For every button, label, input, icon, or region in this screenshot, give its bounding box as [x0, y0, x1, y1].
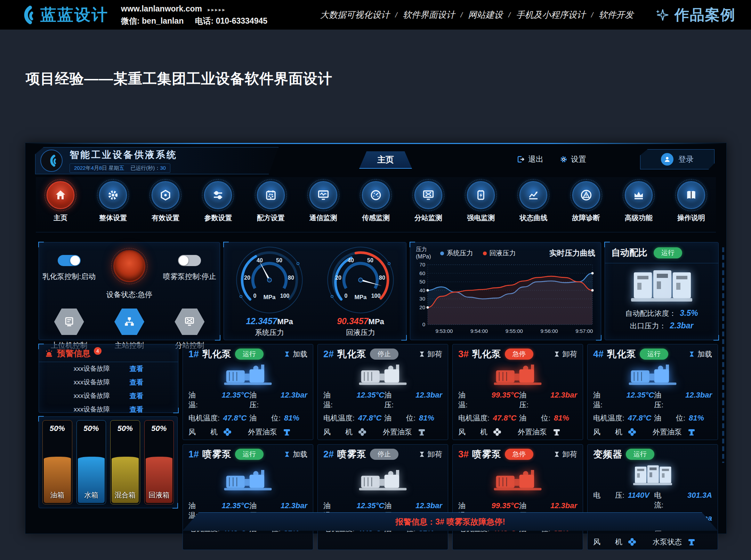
gear-icon — [559, 155, 568, 163]
lanlan-logo-icon — [45, 154, 58, 168]
gauge-tick: 20 — [335, 275, 341, 281]
gauge-tick: 0 — [253, 293, 257, 299]
menu-item-power-monitor[interactable]: 强电监测 — [456, 177, 506, 232]
menu-item-home[interactable]: 主页 — [36, 177, 85, 232]
spray-pump-toggle[interactable] — [178, 255, 201, 266]
svg-text:30: 30 — [419, 296, 425, 302]
motor-temp-value: 47.8°C — [358, 414, 382, 423]
site-logo[interactable]: 蓝蓝设计 — [15, 4, 108, 26]
legend-system-pressure[interactable]: 系统压力 — [440, 249, 473, 258]
fan-icon — [358, 428, 366, 436]
system-pressure-gauge: 0 20 40 50 80 100 MPa 12.3457MPa 系统压力 — [228, 245, 311, 337]
login-button[interactable]: 登录 — [640, 149, 714, 169]
scrollbar-decoration[interactable] — [722, 247, 724, 463]
fan-icon — [628, 428, 636, 436]
cases-button[interactable]: 作品案例 — [654, 5, 736, 25]
pump-machine-image — [323, 361, 442, 388]
tank-percent: 50% — [111, 424, 140, 433]
topbar-actions: 退出 设置 — [517, 154, 586, 165]
menu-item-fault-diagnosis[interactable]: 故障诊断 — [562, 177, 611, 232]
sliders-icon — [204, 181, 232, 209]
arrows-decoration: ▸▸▸▸▸ — [208, 7, 226, 13]
oil-level-value: 81% — [419, 414, 434, 423]
menu-item-valid-settings[interactable]: 有效设置 — [141, 177, 190, 232]
menu-item-parameter-settings[interactable]: 参数设置 — [193, 177, 243, 232]
oil-tank: 50% 油箱 — [42, 420, 72, 504]
view-link[interactable]: 查看 — [129, 405, 143, 414]
settings-label: 设置 — [571, 154, 586, 165]
oil-temp-value: 12.35°C — [221, 501, 249, 510]
nav-link-bigdata[interactable]: 大数据可视化设计 — [320, 9, 390, 21]
gear-icon — [99, 181, 127, 209]
hourglass-icon — [284, 451, 290, 458]
unload-button[interactable]: 卸荷 — [419, 349, 442, 359]
hourglass-icon — [689, 351, 695, 358]
gauge-label: 回液压力 — [319, 328, 402, 337]
view-link[interactable]: 查看 — [129, 391, 143, 401]
gauge-tick: 40 — [348, 257, 354, 264]
svg-text:9:55:00: 9:55:00 — [506, 328, 523, 334]
nav-link-website[interactable]: 网站建设 — [468, 9, 503, 21]
menu-item-recipe-settings[interactable]: 配方设置 — [246, 177, 296, 232]
unload-button[interactable]: 卸荷 — [554, 449, 577, 459]
legend-return-pressure[interactable]: 回液压力 — [483, 249, 516, 258]
menu-item-sensor-monitor[interactable]: 传感监测 — [351, 177, 401, 232]
alert-row: xxx设备故障查看 — [39, 403, 178, 416]
tank-percent: 50% — [77, 424, 106, 433]
pump-card-2-emulsion: 2# 乳化泵 停止 卸荷 油 温:12.35°C 油 压:12.3bar 电机温… — [317, 344, 448, 440]
water-pump-icon — [687, 538, 696, 546]
oil-temp-value: 99.35°C — [491, 391, 519, 400]
load-button[interactable]: 加载 — [689, 349, 712, 359]
alerts-panel: 预警信息 4 xxx设备故障查看 xxx设备故障查看 xxx设备故障查看 xxx… — [39, 344, 178, 413]
date-text: 2022年4月8日 星期五 — [74, 165, 124, 171]
settings-button[interactable]: 设置 — [559, 154, 586, 165]
pump-card-3-spray: 3# 喷雾泵 急停 卸荷 油 温:99.35°C 油 压:12.3bar 电机温… — [452, 444, 583, 550]
status-badge: 运行 — [235, 349, 264, 360]
pump-card-1-emulsion: 1# 乳化泵 运行 加载 油 温:12.35°C 油 压:12.3bar 电机温… — [183, 344, 313, 440]
oil-press-value: 12.3bar — [281, 391, 307, 400]
oil-level-value: 81% — [689, 414, 704, 423]
menu-item-overall-settings[interactable]: 整体设置 — [88, 177, 138, 232]
substation-button[interactable] — [175, 309, 204, 335]
ext-pump-icon — [283, 428, 291, 436]
view-link[interactable]: 查看 — [129, 378, 143, 387]
load-button[interactable]: 加载 — [284, 449, 307, 459]
nav-separator: / — [460, 11, 462, 19]
host-control-button[interactable] — [54, 309, 84, 335]
site-url[interactable]: www.lanlanwork.com — [121, 4, 202, 13]
gauge-unit: MPa — [355, 294, 367, 301]
pressure-chart-panel: 压力(MPa) 系统压力 回液压力 实时压力曲线 02030405060709:… — [410, 242, 601, 340]
unload-button[interactable]: 卸荷 — [419, 449, 442, 459]
logout-button[interactable]: 退出 — [517, 154, 543, 165]
recipe-calendar-icon — [257, 181, 285, 209]
logout-label: 退出 — [528, 154, 543, 165]
menu-item-advanced[interactable]: 高级功能 — [614, 177, 663, 232]
menu-item-status-curve[interactable]: 状态曲线 — [509, 177, 558, 232]
gauge-unit: MPa — [264, 294, 276, 301]
dashboard-screenshot: 智能工业设备供液系统 2022年4月8日 星期五 已运行(秒)：30 主页 退出 — [25, 143, 727, 534]
menu-item-manual[interactable]: 操作说明 — [667, 177, 716, 232]
view-link[interactable]: 查看 — [129, 364, 143, 374]
logout-icon — [517, 155, 525, 163]
menu-item-substation-monitor[interactable]: 分站监测 — [404, 177, 453, 232]
svg-text:0: 0 — [422, 321, 425, 327]
load-button[interactable]: 加载 — [284, 349, 307, 359]
tab-home[interactable]: 主页 — [359, 151, 412, 169]
main-menu: 主页 整体设置 有效设置 参数设置 — [36, 177, 716, 232]
nav-link-software-ui[interactable]: 软件界面设计 — [403, 9, 455, 21]
emergency-stop-button[interactable] — [113, 250, 145, 282]
runtime-text: 已运行(秒)：30 — [130, 165, 166, 171]
emulsion-pump-toggle[interactable] — [58, 255, 81, 266]
menu-item-comm-monitor[interactable]: 通信监测 — [299, 177, 348, 232]
dashboard-topbar: 智能工业设备供液系统 2022年4月8日 星期五 已运行(秒)：30 主页 退出 — [32, 146, 720, 175]
siren-icon — [45, 349, 54, 358]
oil-press-value: 12.3bar — [415, 391, 442, 400]
nav-link-mobile[interactable]: 手机及小程序设计 — [516, 9, 586, 21]
site-logo-text: 蓝蓝设计 — [40, 4, 108, 26]
site-wechat: 微信: ben_lanlan — [121, 16, 184, 25]
emulsion-pump-control: 乳化泵控制:启动 — [40, 253, 99, 281]
nav-link-dev[interactable]: 软件开发 — [599, 9, 633, 21]
status-badge: 停止 — [370, 449, 398, 460]
unload-button[interactable]: 卸荷 — [554, 349, 577, 359]
master-station-button[interactable] — [114, 309, 144, 335]
